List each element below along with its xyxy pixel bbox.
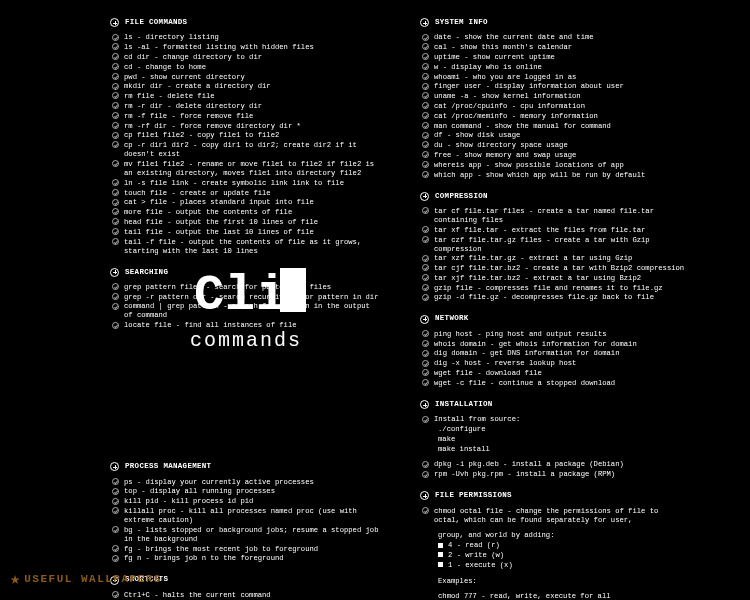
check-circle-icon (112, 293, 119, 300)
check-circle-icon (112, 102, 119, 109)
item-text: 2 - write (w) (448, 551, 685, 560)
list-item: rm file - delete file (112, 92, 380, 101)
star-icon: ★ (10, 569, 20, 590)
section-header: SYSTEM INFO (420, 18, 685, 27)
check-circle-icon (422, 369, 429, 376)
list-item: man command - show the manual for comman… (422, 122, 685, 131)
item-text: cd - change to home (124, 63, 380, 72)
item-text: df - show disk usage (434, 131, 685, 140)
list-item: free - show memory and swap usage (422, 151, 685, 160)
item-text: tar cf file.tar files - create a tar nam… (434, 207, 685, 225)
check-circle-icon (112, 179, 119, 186)
list-item: wget -c file - continue a stopped downlo… (422, 379, 685, 388)
check-circle-icon (112, 160, 119, 167)
list-item: date - show the current date and time (422, 33, 685, 42)
list-item: mkdir dir - create a directory dir (112, 82, 380, 91)
check-circle-icon (422, 132, 429, 139)
list-item: whereis app - show possible locations of… (422, 161, 685, 170)
check-circle-icon (422, 53, 429, 60)
section-title: INSTALLATION (435, 400, 493, 409)
item-text: ls - directory listing (124, 33, 380, 42)
list-item: finger user - display information about … (422, 82, 685, 91)
check-circle-icon (112, 112, 119, 119)
logo-sub: commands (190, 328, 310, 353)
item-text: rm -rf dir - force remove directory dir … (124, 122, 380, 131)
item-text: Ctrl+C - halts the current command (124, 591, 380, 600)
item-text: tar xf file.tar - extract the files from… (434, 226, 685, 235)
list-item: cd dir - change directory to dir (112, 53, 380, 62)
plus-circle-icon (420, 400, 429, 409)
section-title: PROCESS MANAGEMENT (125, 462, 211, 471)
footer-text: USEFUL WALLPAPERS (24, 573, 162, 587)
check-circle-icon (422, 161, 429, 168)
check-circle-icon (112, 238, 119, 245)
logo: Cli commands (190, 265, 310, 353)
list-item: Install from source: (422, 415, 685, 424)
check-circle-icon (112, 189, 119, 196)
check-circle-icon (422, 92, 429, 99)
list-item: tar cjf file.tar.bz2 - create a tar with… (422, 264, 685, 273)
section: FILE COMMANDSls - directory listingls -a… (110, 18, 380, 256)
check-circle-icon (422, 207, 429, 214)
check-circle-icon (422, 461, 429, 468)
item-text: wget file - download file (434, 369, 685, 378)
section-body: ping host - ping host and output results… (420, 330, 685, 388)
item-text: tar xzf file.tar.gz - extract a tar usin… (434, 254, 685, 263)
section-header: PROCESS MANAGEMENT (110, 462, 380, 471)
item-text: dpkg -i pkg.deb - install a package (Deb… (434, 460, 685, 469)
check-circle-icon (422, 471, 429, 478)
check-circle-icon (422, 112, 429, 119)
item-text: rm -r dir - delete directory dir (124, 102, 380, 111)
item-text: rpm -Uvh pkg.rpm - install a package (RP… (434, 470, 685, 479)
section-body: ps - display your currently active proce… (110, 478, 380, 564)
logo-main: Cli (190, 265, 310, 328)
check-circle-icon (422, 379, 429, 386)
list-item: kill pid - kill process id pid (112, 497, 380, 506)
item-text: whois domain - get whois information for… (434, 340, 685, 349)
item-text: fg - brings the most recent job to foreg… (124, 545, 380, 554)
plain-line: group, and world by adding: (422, 531, 685, 540)
item-text: killall proc - kill all processes named … (124, 507, 380, 525)
plus-circle-icon (110, 462, 119, 471)
list-item: cat /proc/meminfo - memory information (422, 112, 685, 121)
list-item: ps - display your currently active proce… (112, 478, 380, 487)
list-item: cat /proc/cpuinfo - cpu information (422, 102, 685, 111)
list-item: head file - output the first 10 lines of… (112, 218, 380, 227)
check-circle-icon (422, 83, 429, 90)
item-text: tar czf file.tar.gz files - create a tar… (434, 236, 685, 254)
section: INSTALLATIONInstall from source:./config… (420, 400, 685, 479)
sub-bullet: 2 - write (w) (422, 551, 685, 560)
list-item: pwd - show current directory (112, 73, 380, 82)
item-text: bg - lists stopped or background jobs; r… (124, 526, 380, 544)
list-item: cp file1 file2 - copy file1 to file2 (112, 131, 380, 140)
item-text: cd dir - change directory to dir (124, 53, 380, 62)
item-text: man command - show the manual for comman… (434, 122, 685, 131)
section-header: FILE PERMISSIONS (420, 491, 685, 500)
list-item: touch file - create or update file (112, 189, 380, 198)
check-circle-icon (422, 255, 429, 262)
check-circle-icon (422, 264, 429, 271)
list-item: rm -rf dir - force remove directory dir … (112, 122, 380, 131)
cursor-block (280, 268, 306, 312)
list-item: bg - lists stopped or background jobs; r… (112, 526, 380, 544)
list-item: rm -f file - force remove file (112, 112, 380, 121)
item-text: more file - output the contents of file (124, 208, 380, 217)
plain-line: make install (422, 445, 685, 454)
item-text: du - show directory space usage (434, 141, 685, 150)
item-text: top - display all running processes (124, 487, 380, 496)
section-header: NETWORK (420, 314, 685, 323)
check-circle-icon (112, 34, 119, 41)
list-item: tar cf file.tar files - create a tar nam… (422, 207, 685, 225)
list-item: dig domain - get DNS information for dom… (422, 349, 685, 358)
square-bullet-icon (438, 562, 443, 567)
list-item: fg n - brings job n to the foreground (112, 554, 380, 563)
list-item: killall proc - kill all processes named … (112, 507, 380, 525)
list-item: gzip file - compresses file and renames … (422, 284, 685, 293)
item-text: rm file - delete file (124, 92, 380, 101)
item-text: 1 - execute (x) (448, 561, 685, 570)
list-item: ls -al - formatted listing with hidden f… (112, 43, 380, 52)
list-item: top - display all running processes (112, 487, 380, 496)
item-text: gzip file - compresses file and renames … (434, 284, 685, 293)
check-circle-icon (112, 43, 119, 50)
item-text: head file - output the first 10 lines of… (124, 218, 380, 227)
